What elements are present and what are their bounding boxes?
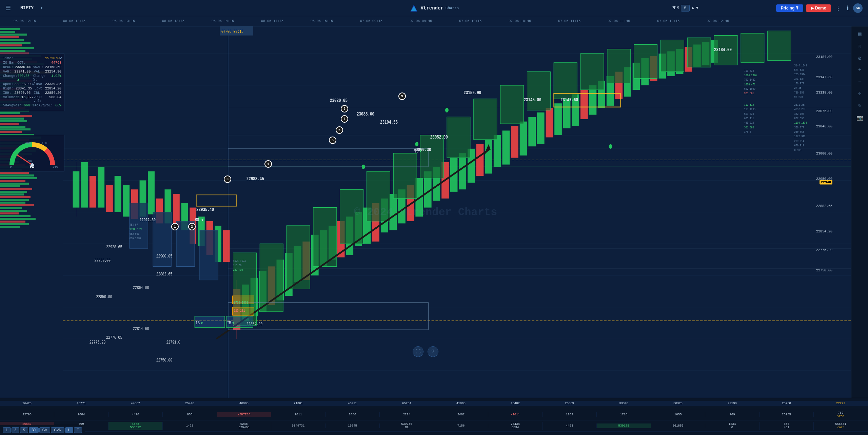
gv-button[interactable]: GV xyxy=(39,427,50,433)
gauge-container: 0 100 150 200 50 92 xyxy=(0,135,64,171)
svg-text:23020.05: 23020.05 xyxy=(330,98,348,104)
l-button[interactable]: L xyxy=(65,427,73,433)
draw-icon[interactable]: ✎ xyxy=(857,101,863,110)
svg-rect-201 xyxy=(687,38,711,67)
close-label: Close: xyxy=(32,82,44,86)
right-sidebar: ▦ ≋ ⚙ + − ✛ ✎ 📷 xyxy=(851,26,868,398)
indicator-icon[interactable]: ≋ xyxy=(857,41,863,51)
svg-text:22983.45: 22983.45 xyxy=(246,176,264,182)
chart-area[interactable]: © 2024 Vtrender Charts ✕ Time: 15:30:00 … xyxy=(0,26,851,398)
close-value: 23339.85 xyxy=(45,82,61,86)
vol-header-12: 33348 xyxy=(597,401,651,406)
close-info-button[interactable]: ✕ xyxy=(59,55,62,61)
time-label-14: 07-06 12:15 xyxy=(644,19,693,23)
vol-data-8: 2224 xyxy=(380,412,434,417)
svg-rect-71 xyxy=(0,193,24,195)
interval-3-button[interactable]: 3 xyxy=(12,427,20,433)
svg-rect-12 xyxy=(0,34,27,36)
screenshot-icon[interactable]: 📷 xyxy=(855,113,865,123)
time-label-5: 06-06 14:15 xyxy=(198,19,248,23)
ppr-value[interactable]: 6 xyxy=(681,5,689,12)
change-pct-value: 1.92% xyxy=(51,74,61,82)
svg-marker-1 xyxy=(411,6,417,11)
svg-text:50: 50 xyxy=(28,160,32,163)
svg-rect-159 xyxy=(537,112,545,144)
svg-text:816 1098: 816 1098 xyxy=(130,236,141,240)
svg-rect-162 xyxy=(563,99,571,128)
svg-text:27 48: 27 48 xyxy=(794,86,802,89)
pricing-button[interactable]: Pricing ₹ xyxy=(776,4,803,12)
gvn-button[interactable]: GVN xyxy=(51,427,64,433)
svg-text:1139 1334: 1139 1334 xyxy=(794,121,807,124)
price-label-22900: 22882.65 xyxy=(816,204,832,208)
annotation-circle-4: 4 xyxy=(264,160,272,168)
svg-text:22935.40: 22935.40 xyxy=(196,207,214,213)
vpoc-value: 566.04 xyxy=(49,96,61,103)
hamburger-menu-icon[interactable]: ☰ xyxy=(0,4,16,12)
vol-data-12: 1718 xyxy=(597,412,651,417)
high-label: High: xyxy=(3,87,13,90)
demo-label: Demo xyxy=(815,6,826,11)
annotation-circle-3: 3 xyxy=(224,175,231,183)
svg-rect-14 xyxy=(0,39,24,41)
svg-text:★: ★ xyxy=(419,148,422,154)
vol-data-5: -INTES3 xyxy=(217,412,271,417)
time-label: Time: xyxy=(3,57,13,60)
vol-data-15: 23255 xyxy=(760,412,814,417)
ppr-up-icon[interactable]: ▲ xyxy=(692,6,694,11)
annotation-circle-2: 2 xyxy=(188,223,196,230)
high-value: 23341.35 xyxy=(16,87,32,90)
logo: Vtrender Charts xyxy=(409,3,459,13)
svg-rect-41 xyxy=(0,112,20,114)
interval-30-button[interactable]: 30 xyxy=(29,427,39,433)
time-label-7: 06-06 15:15 xyxy=(297,19,347,23)
vol-header-3: 44887 xyxy=(108,401,163,406)
fullscreen-button[interactable]: ⛶ xyxy=(413,346,423,357)
interval-1-button[interactable]: 1 xyxy=(3,427,11,433)
info-button[interactable]: ℹ xyxy=(845,3,850,13)
svg-text:115 36: 115 36 xyxy=(233,264,241,267)
settings-icon[interactable]: ⚙ xyxy=(857,54,863,63)
svg-text:837 596: 837 596 xyxy=(794,117,804,120)
io-bar-cot-value: -44768 xyxy=(49,61,61,65)
svg-rect-183 xyxy=(200,230,218,280)
svg-text:453 210: 453 210 xyxy=(744,121,754,124)
chart-canvas[interactable]: 07-06 09:15 23020.05 23104.55 23088.00 2… xyxy=(63,26,851,398)
annotation-circle-9: 9 xyxy=(398,92,406,100)
vol-header-8: 65264 xyxy=(380,401,434,406)
help-button[interactable]: ? xyxy=(428,346,438,357)
symbol-dropdown-icon[interactable]: ▾ xyxy=(38,5,45,11)
svg-text:0: 0 xyxy=(10,165,12,168)
price-label-highlight: 22940 xyxy=(820,180,832,185)
svg-text:1172 342: 1172 342 xyxy=(794,134,806,138)
low-value: 22854.20 xyxy=(45,87,61,90)
svg-rect-191 xyxy=(420,135,443,178)
zoom-in-icon[interactable]: + xyxy=(857,66,863,75)
ppr-down-icon[interactable]: ▼ xyxy=(696,6,698,11)
price-label-22750: 22750.00 xyxy=(816,269,832,272)
price-label-22850: 22854.20 xyxy=(816,230,832,233)
interval-5-button[interactable]: 5 xyxy=(20,427,28,433)
svg-rect-43 xyxy=(0,118,24,120)
chart-type-icon[interactable]: ▦ xyxy=(857,29,863,39)
avatar-button[interactable]: SC xyxy=(853,3,863,13)
zoom-out-icon[interactable]: − xyxy=(857,77,863,86)
svg-text:23147.60: 23147.60 xyxy=(560,97,578,103)
crosshair-icon[interactable]: ✛ xyxy=(857,89,863,98)
svg-text:2671 237: 2671 237 xyxy=(794,103,806,106)
vol-data3-16: 556431COT7 xyxy=(814,422,868,430)
svg-text:289 614: 289 614 xyxy=(794,139,804,143)
ppr-section: PPR 6 ▲ ▼ xyxy=(672,5,698,12)
demo-button[interactable]: ▶ Demo xyxy=(806,4,831,12)
menu-dots-button[interactable]: ⋮ xyxy=(834,3,843,13)
change-label: Change: xyxy=(3,74,17,82)
svg-rect-197 xyxy=(580,54,604,90)
t-button[interactable]: T xyxy=(74,427,82,433)
svg-text:22850.00: 22850.00 xyxy=(96,294,112,300)
time-label-3: 06-06 13:15 xyxy=(99,19,149,23)
svg-text:97 200: 97 200 xyxy=(794,95,803,99)
svg-text:IB: IB xyxy=(196,320,200,326)
svg-rect-47 xyxy=(0,128,31,130)
vah-value: 23341.30 xyxy=(14,70,31,74)
svg-rect-65 xyxy=(0,177,37,179)
